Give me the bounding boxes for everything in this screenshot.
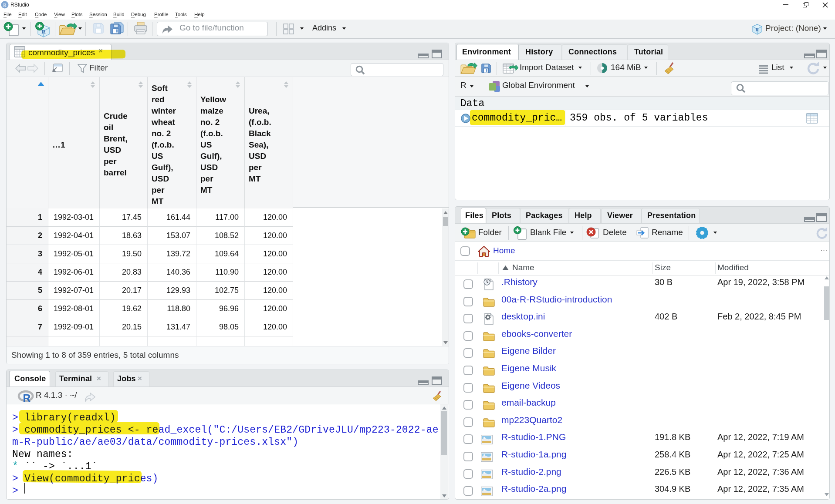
svg-text:R: R bbox=[3, 2, 7, 8]
svg-text:R: R bbox=[756, 27, 760, 32]
svg-text:R: R bbox=[23, 392, 31, 404]
